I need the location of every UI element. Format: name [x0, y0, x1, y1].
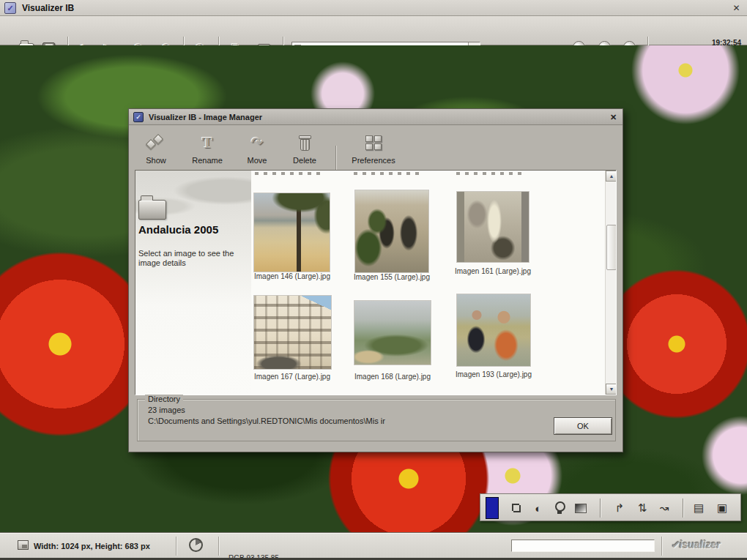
rotate-icon: ↱ [615, 501, 625, 515]
statusbar-separator [661, 537, 663, 556]
thumbnail-imagen-168[interactable] [354, 300, 431, 365]
image-count: 23 images [148, 406, 185, 414]
folder-info-panel: Andalucia 2005 Select an image to see th… [135, 171, 251, 395]
statusbar-separator [176, 537, 177, 556]
preferences-label: Preferences [352, 156, 395, 165]
skew-icon: ↝ [660, 501, 669, 515]
trash-icon [298, 134, 311, 151]
thumbnail-imagen-193[interactable] [456, 294, 531, 367]
dialog-logo-icon: ✓ [133, 112, 144, 122]
flip-icon: ⇅ [638, 501, 647, 515]
rotate-button[interactable]: ↱ [612, 501, 627, 515]
scroll-down-button[interactable]: ▼ [606, 384, 617, 395]
gradient-button[interactable] [573, 501, 588, 515]
progress-bar [511, 540, 655, 552]
image-dimensions: Width: 1024 px, Height: 683 px [34, 542, 150, 550]
directory-path: C:\Documents and Settings\yul.REDTONIC\M… [148, 417, 558, 425]
dialog-close-button[interactable]: ✕ [608, 112, 619, 122]
skew-button[interactable]: ↝ [657, 501, 672, 515]
crop-icon [510, 501, 523, 515]
brightness-button[interactable] [552, 501, 567, 515]
resize-icon [18, 540, 29, 550]
window-close-button[interactable]: ✕ [730, 2, 743, 14]
delete-label: Delete [293, 156, 316, 165]
color-wheel-icon [189, 538, 203, 552]
preferences-icon [365, 135, 382, 150]
contrast-icon: ◐ [535, 502, 541, 515]
thumbnail-imagen-167[interactable] [253, 295, 332, 370]
rename-label: Rename [192, 156, 223, 165]
contrast-button[interactable]: ◐ [531, 501, 546, 515]
lightbulb-icon [554, 501, 565, 515]
directory-legend: Directory [145, 395, 183, 403]
folder-name: Andalucia 2005 [138, 223, 250, 236]
thumbnail-imagen-155[interactable] [354, 190, 429, 273]
preferences-button[interactable]: Preferences [343, 129, 404, 165]
edit-toolbar-separator [683, 499, 684, 518]
flip-button[interactable]: ⇅ [635, 501, 650, 515]
clipped-caption [354, 172, 424, 175]
dialog-toolbar: Show T Rename ↷ Move Delete Preferences [129, 125, 622, 170]
folder-icon [138, 200, 166, 220]
clipped-caption [255, 172, 322, 175]
pixel-info: RGB 93.135.85 X: 150 Y: 28 [228, 537, 279, 560]
thumbnail-caption: Imagen 146 (Large).jpg [249, 272, 335, 280]
edit-toolbar-separator [600, 499, 601, 518]
visualizer-window: ✓ Visualizer IB ✕ ◀ ▶ ⊕ ⊖ ◷ ⧉ Imagen 255… [0, 0, 747, 560]
rename-button[interactable]: T Rename [183, 129, 231, 165]
move-button[interactable]: ↷ Move [237, 129, 277, 165]
move-icon: ↷ [251, 134, 263, 151]
main-titlebar[interactable]: ✓ Visualizer IB ✕ [0, 0, 747, 16]
gradient-icon [575, 504, 587, 513]
image-manager-dialog: ✓ Visualizer IB - Image Manager ✕ Show T… [128, 108, 623, 452]
app-logo-icon: ✓ [4, 2, 16, 14]
thumbnail-caption: Imagen 161 (Large).jpg [450, 267, 536, 275]
status-bar: Width: 1024 px, Height: 683 px RGB 93.13… [0, 533, 747, 558]
color-swatch[interactable] [486, 497, 499, 519]
app-title: Visualizer IB [22, 3, 74, 13]
show-label: Show [146, 156, 166, 165]
frame-icon: ▣ [717, 501, 727, 515]
film-view-button[interactable]: ▤ [691, 501, 706, 515]
scrollbar-thumb[interactable] [606, 225, 617, 270]
thumbnail-caption: Imagen 167 (Large).jpg [249, 373, 335, 381]
ok-button[interactable]: OK [554, 417, 612, 435]
edit-toolbar: ◐ ↱ ⇅ ↝ ▤ ▣ [480, 493, 741, 521]
directory-groupbox: Directory 23 images C:\Documents and Set… [137, 399, 616, 441]
move-label: Move [248, 156, 267, 165]
logo-text: isualizer [680, 539, 721, 550]
image-list-panel: Andalucia 2005 Select an image to see th… [135, 170, 617, 395]
clipped-caption [456, 172, 525, 175]
scroll-up-button[interactable]: ▲ [606, 171, 617, 182]
logo-check-icon: ✓ [671, 539, 680, 550]
vertical-scrollbar[interactable]: ▲ ▼ [605, 171, 617, 395]
thumbnail-caption: Imagen 193 (Large).jpg [450, 370, 537, 378]
delete-button[interactable]: Delete [283, 129, 327, 165]
crop-button[interactable] [509, 501, 524, 515]
selection-hint: Select an image to see the image details [138, 249, 247, 268]
show-icon [146, 134, 166, 152]
thumbnail-imagen-146[interactable] [253, 193, 330, 272]
dialog-titlebar[interactable]: ✓ Visualizer IB - Image Manager ✕ [129, 109, 622, 125]
dialog-title: Visualizer IB - Image Manager [149, 113, 262, 122]
main-toolbar: ◀ ▶ ⊕ ⊖ ◷ ⧉ Imagen 255 (Large).jpg ▼ ● ■… [0, 16, 747, 45]
film-strip-icon: ▤ [694, 501, 704, 515]
frame-view-button[interactable]: ▣ [715, 501, 729, 515]
rename-icon: T [202, 133, 213, 152]
thumbnail-imagen-161[interactable] [456, 191, 529, 263]
thumbnail-caption: Imagen 155 (Large).jpg [349, 273, 435, 281]
thumbnail-caption: Imagen 168 (Large).jpg [349, 373, 436, 381]
show-button[interactable]: Show [135, 129, 177, 165]
visualizer-logo: ✓isualizer [671, 539, 721, 550]
statusbar-separator [218, 537, 220, 556]
